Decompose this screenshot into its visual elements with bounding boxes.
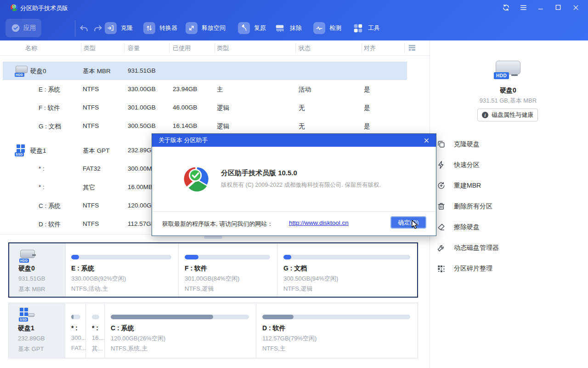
wipe-disk-icon [437, 223, 446, 231]
disk1-info-block[interactable]: SSD 硬盘1 232.89GB 基本 GPT [9, 303, 65, 358]
sidebar-item-dynamic-disk-manager[interactable]: 动态磁盘管理器 [430, 237, 588, 258]
usage-bar [92, 315, 99, 319]
disk1-panel[interactable]: SSD 硬盘1 232.89GB 基本 GPT * : 300... FAT..… [8, 303, 418, 358]
defrag-icon [437, 264, 446, 273]
partition-star2[interactable]: * : 16.... 其... [86, 303, 104, 358]
disk-properties-button[interactable]: i 磁盘属性与健康 [477, 109, 538, 121]
ok-button[interactable]: 确定(O) [390, 216, 426, 229]
sync-icon[interactable] [497, 0, 514, 15]
copyright-text: 版权所有 (C) 2009-2022 成都傲梅科技有限公司. 保留所有版权. [221, 181, 381, 189]
partition-g[interactable]: G : 文档 300.50GB(94%空闲) NTFS,逻辑 [278, 243, 417, 297]
col-aligned: 对齐 [364, 44, 376, 52]
toolbar-separator [75, 20, 75, 37]
sidebar-item-clone-disk[interactable]: 克隆硬盘 [430, 134, 588, 155]
window-title: 分区助手技术员版 [20, 4, 68, 12]
sidebar-item-delete-all-partitions[interactable]: 删除所有分区 [430, 196, 588, 217]
disk0-info-block[interactable]: HDD 硬盘0 931.51GB 基本 MBR [9, 243, 65, 297]
col-type: 类型 [84, 44, 96, 52]
converter-icon [143, 22, 155, 34]
usage-bar [283, 255, 410, 259]
partition-d[interactable]: D : 软件 112.57GB(79%空闲) NTFS,主 [257, 303, 417, 358]
menu-icon[interactable] [514, 0, 532, 15]
check-circle-icon [11, 23, 20, 33]
toolbar-free-space[interactable]: 释放空间 [186, 22, 226, 34]
delete-partitions-icon [437, 202, 446, 211]
table-row-partition-e[interactable]: E : 系统 NTFS 330.00GB 23.94GB 主 活动 是 [3, 80, 407, 98]
partition-f[interactable]: F : 软件 301.00GB(84%空闲) NTFS,逻辑 [179, 243, 277, 297]
sidebar-item-wipe-disk[interactable]: 擦除硬盘 [430, 217, 588, 237]
window-controls [497, 0, 584, 15]
table-header: 名称 类型 容量 已使用 类型 状态 对齐 [0, 40, 430, 56]
toolbar-converter[interactable]: 转换器 [143, 22, 177, 34]
col-status: 状态 [299, 44, 311, 52]
toolbar-erase[interactable]: 抹除 [274, 22, 302, 34]
hdd-drive-icon: HDD [494, 59, 522, 80]
disk0-panel[interactable]: HDD 硬盘0 931.51GB 基本 MBR E : 系统 330.00GB(… [8, 242, 418, 298]
ssd-disk-icon: SSD [15, 144, 29, 156]
dialog-close-icon[interactable] [419, 134, 433, 147]
partition-star1[interactable]: * : 300... FAT... [66, 303, 85, 358]
dialog-titlebar[interactable]: 关于版本 分区助手 [152, 134, 436, 147]
product-name: 分区助手技术员版 10.5.0 [221, 169, 297, 178]
clone-icon [105, 22, 117, 34]
col-capacity: 容量 [128, 44, 140, 52]
undo-icon[interactable] [79, 24, 90, 33]
view-mode-icon[interactable] [408, 44, 416, 53]
tools-icon [352, 22, 364, 34]
usage-bar [71, 315, 80, 319]
maximize-icon[interactable] [549, 0, 567, 15]
usage-bar [71, 255, 171, 259]
dialog-footer: 获取最新的程序版本, 请访问我们的网站： http://www.disktool… [152, 211, 436, 236]
quick-partition-icon [437, 161, 446, 169]
toolbar-clone[interactable]: 克隆 [105, 22, 133, 34]
hdd-drive-icon: HDD [18, 249, 37, 263]
toolbar-tools[interactable]: 工具 [352, 22, 380, 34]
clone-disk-icon [437, 140, 446, 149]
usage-bar [111, 315, 249, 319]
partition-c[interactable]: C : 系统 120.00GB(26%空闲) NTFS,系统,主 [105, 303, 255, 358]
dynamic-disk-icon [437, 243, 446, 252]
horizontal-scrollbar-thumb[interactable] [204, 236, 222, 239]
minimize-icon[interactable] [532, 0, 549, 15]
about-dialog: 关于版本 分区助手 分区助手技术员版 10.5.0 版权所有 (C) 2009-… [152, 133, 436, 236]
rebuild-mbr-icon [437, 181, 446, 190]
table-row-disk0[interactable]: HDD 硬盘0 基本 MBR 931.51GB [3, 62, 407, 80]
col-used: 已使用 [173, 44, 191, 52]
footer-text: 获取最新的程序版本, 请访问我们的网站： [162, 220, 273, 228]
partition-e[interactable]: E : 系统 330.00GB(92%空闲) NTFS,活动,主 [66, 243, 178, 297]
mouse-cursor [412, 220, 418, 231]
app-logo-icon [10, 3, 18, 13]
product-logo-icon [182, 164, 211, 193]
sidebar-item-quick-partition[interactable]: 快速分区 [430, 155, 588, 175]
sidebar-item-rebuild-mbr[interactable]: 重建MBR [430, 175, 588, 196]
info-icon: i [482, 112, 488, 118]
sidebar: HDD 硬盘0 931.51 GB,基本 MBR i 磁盘属性与健康 克隆硬盘 … [430, 40, 588, 368]
app-window: 分区助手技术员版 [0, 0, 588, 368]
table-row-partition-g[interactable]: G : 文档 NTFS 300.50GB 16.14GB 逻辑 无 是 [3, 117, 407, 135]
ssd-drive-icon: SSD [18, 308, 36, 322]
restore-icon [238, 22, 250, 34]
sidebar-disk-name: 硬盘0 [430, 86, 586, 95]
toolbar-restore[interactable]: 复原 [238, 22, 266, 34]
col-name: 名称 [25, 44, 37, 52]
close-icon[interactable] [567, 0, 584, 15]
erase-icon [274, 22, 286, 34]
col-type2: 类型 [217, 44, 229, 52]
redo-icon[interactable] [93, 24, 104, 33]
usage-bar [185, 255, 270, 259]
apply-button[interactable]: 应用 [6, 19, 41, 37]
detect-icon [313, 22, 325, 34]
free-space-icon [186, 22, 198, 34]
header: 分区助手技术员版 [0, 0, 588, 40]
usage-bar [262, 315, 410, 319]
sidebar-disk-info: 931.51 GB,基本 MBR [430, 97, 586, 105]
dialog-title: 关于版本 分区助手 [158, 136, 208, 144]
sidebar-item-defrag[interactable]: 分区碎片整理 [430, 258, 588, 279]
website-link[interactable]: http://www.disktool.cn [289, 219, 349, 226]
sidebar-menu: 克隆硬盘 快速分区 重建MBR 删除所有分区 [430, 134, 588, 279]
toolbar-detect[interactable]: 检测 [313, 22, 341, 34]
hdd-disk-icon: HDD [15, 65, 29, 77]
table-row-partition-f[interactable]: F : 软件 NTFS 301.00GB 46.00GB 逻辑 无 是 [3, 98, 407, 117]
